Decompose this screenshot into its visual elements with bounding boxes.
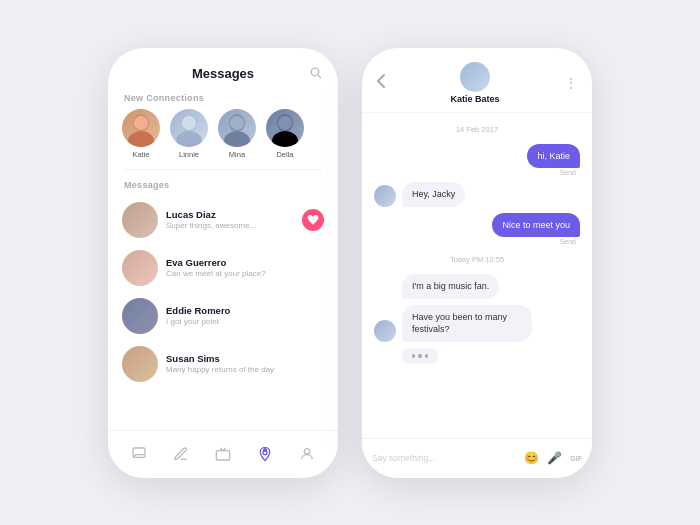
msg-name-eddie: Eddie Romero	[166, 305, 324, 316]
avatar-eva	[122, 250, 158, 286]
msg-item-eva[interactable]: Eva Guerrero Can we meet at your place?	[108, 244, 338, 292]
date-label: 14 Feb 2017	[374, 125, 580, 134]
new-connections-label: New Connections	[108, 89, 338, 109]
svg-point-10	[230, 116, 244, 130]
bubble-nice-to-meet: Nice to meet you	[492, 213, 580, 238]
dot-1	[412, 354, 415, 358]
message-festivals: Have you been to many festivals?	[374, 305, 580, 342]
contact-name: Katie Bates	[450, 94, 499, 104]
msg-preview-eddie: I got your point	[166, 317, 324, 326]
svg-point-17	[304, 449, 309, 454]
bubble-festivals: Have you been to many festivals?	[402, 305, 532, 342]
message-list: Lucas Diaz Super things, awesome... Eva …	[108, 196, 338, 392]
chat-header: Katie Bates ⋮	[362, 48, 592, 113]
svg-rect-15	[216, 451, 229, 460]
svg-point-12	[272, 131, 298, 147]
connections-row: Katie Linnie Mina Della	[108, 109, 338, 169]
bubble-music-fan: I'm a big music fan.	[402, 274, 499, 299]
connection-name-katie: Katie	[132, 150, 149, 159]
left-header: Messages	[108, 48, 338, 89]
avatar-mina	[218, 109, 256, 147]
msg-item-lucas[interactable]: Lucas Diaz Super things, awesome...	[108, 196, 338, 244]
nav-location[interactable]	[257, 446, 273, 462]
message-hey-jacky: Hey, Jacky	[374, 182, 580, 207]
msg-content-susan: Susan Sims Many happy returns of the day	[166, 353, 324, 374]
typing-indicator	[374, 348, 580, 364]
mic-icon[interactable]: 🎤	[547, 451, 562, 465]
sender-avatar-katie	[374, 185, 396, 207]
dot-3	[425, 354, 428, 358]
avatar-eddie	[122, 298, 158, 334]
svg-point-7	[182, 116, 196, 130]
contact-avatar	[460, 62, 490, 92]
msg-content-eddie: Eddie Romero I got your point	[166, 305, 324, 326]
msg-name-lucas: Lucas Diaz	[166, 209, 294, 220]
bottom-nav	[108, 430, 338, 478]
bubble-hey-jacky: Hey, Jacky	[402, 182, 465, 207]
avatar-linnie	[170, 109, 208, 147]
chat-phone: Katie Bates ⋮ 14 Feb 2017 hi, Katie Send…	[362, 48, 592, 478]
msg-name-susan: Susan Sims	[166, 353, 324, 364]
nav-messages[interactable]	[131, 446, 147, 462]
time-label: Today PM 10:55	[374, 255, 580, 264]
connection-name-linnie: Linnie	[179, 150, 199, 159]
send-label-1: Send	[560, 169, 576, 176]
connection-name-della: Della	[276, 150, 293, 159]
svg-point-0	[311, 68, 319, 76]
send-label-2: Send	[560, 238, 576, 245]
msg-content-eva: Eva Guerrero Can we meet at your place?	[166, 257, 324, 278]
chat-input[interactable]	[372, 453, 516, 463]
msg-item-eddie[interactable]: Eddie Romero I got your point	[108, 292, 338, 340]
connection-katie[interactable]: Katie	[122, 109, 160, 159]
emoji-icon[interactable]: 😊	[524, 451, 539, 465]
dot-2	[418, 354, 421, 358]
msg-preview-eva: Can we meet at your place?	[166, 269, 324, 278]
svg-line-1	[318, 75, 321, 78]
svg-point-13	[278, 116, 292, 130]
typing-dots	[402, 348, 438, 364]
nav-profile[interactable]	[299, 446, 315, 462]
svg-point-6	[176, 131, 202, 147]
msg-item-susan[interactable]: Susan Sims Many happy returns of the day	[108, 340, 338, 388]
messages-phone: Messages New Connections Katie Linnie	[108, 48, 338, 478]
svg-point-4	[134, 116, 148, 130]
connection-linnie[interactable]: Linnie	[170, 109, 208, 159]
msg-content-lucas: Lucas Diaz Super things, awesome...	[166, 209, 294, 230]
messages-title: Messages	[192, 66, 254, 81]
svg-point-3	[128, 131, 154, 147]
nav-tv[interactable]	[215, 446, 231, 462]
msg-preview-lucas: Super things, awesome...	[166, 221, 294, 230]
message-music-fan: I'm a big music fan.	[374, 274, 580, 299]
message-nice-to-meet: Nice to meet you Send	[374, 213, 580, 246]
connection-della[interactable]: Della	[266, 109, 304, 159]
svg-point-9	[224, 131, 250, 147]
messages-section-label: Messages	[108, 176, 338, 196]
avatar-lucas	[122, 202, 158, 238]
chat-body: 14 Feb 2017 hi, Katie Send Hey, Jacky Ni…	[362, 113, 592, 411]
nav-edit[interactable]	[173, 446, 189, 462]
divider	[124, 169, 322, 170]
connection-mina[interactable]: Mina	[218, 109, 256, 159]
nav-dot	[263, 448, 267, 452]
bubble-hi-katie: hi, Katie	[527, 144, 580, 169]
gif-button[interactable]: GIF	[570, 455, 582, 462]
back-button[interactable]	[376, 73, 386, 92]
avatar-katie	[122, 109, 160, 147]
msg-preview-susan: Many happy returns of the day	[166, 365, 324, 374]
avatar-della	[266, 109, 304, 147]
sender-avatar-katie-2	[374, 320, 396, 342]
connection-name-mina: Mina	[229, 150, 245, 159]
search-icon[interactable]	[309, 66, 322, 82]
badge-lucas	[302, 209, 324, 231]
chat-input-bar: 😊 🎤 GIF	[362, 438, 592, 478]
message-hi-katie: hi, Katie Send	[374, 144, 580, 177]
more-options-button[interactable]: ⋮	[564, 75, 578, 91]
msg-name-eva: Eva Guerrero	[166, 257, 324, 268]
contact-info: Katie Bates	[450, 62, 499, 104]
avatar-susan	[122, 346, 158, 382]
